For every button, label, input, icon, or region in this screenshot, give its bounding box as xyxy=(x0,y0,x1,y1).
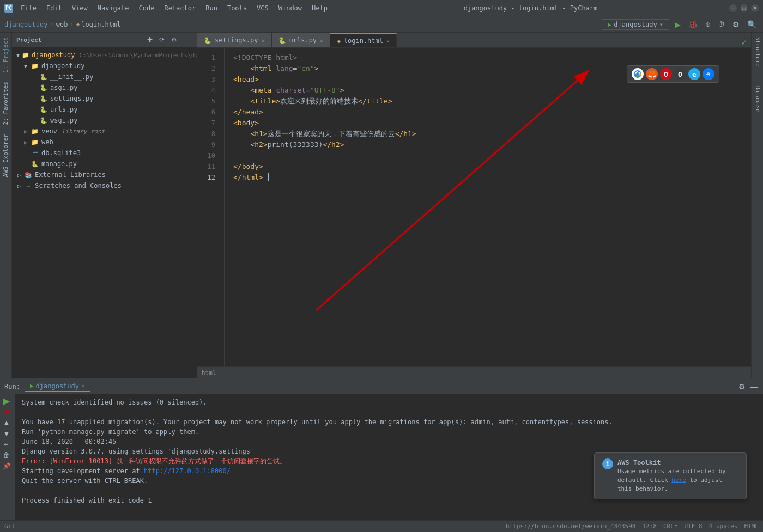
structure-tab[interactable]: Structure xyxy=(752,33,763,71)
ln-12: 12 xyxy=(197,172,220,183)
tree-root-item[interactable]: ▼ 📁 djangostudy C:\Users\Admin\PycharmPr… xyxy=(12,50,197,60)
tab-login[interactable]: ◈ login.html ✕ xyxy=(330,33,397,47)
editor-status-bar: html xyxy=(197,366,751,378)
menu-vcs[interactable]: VCS xyxy=(252,3,273,13)
tab-close-urls[interactable]: ✕ xyxy=(320,38,323,44)
run-label[interactable]: Run: xyxy=(4,383,20,390)
tree-item-web[interactable]: ▷ 📁 web xyxy=(12,137,197,148)
project-tab[interactable]: 1: Project xyxy=(0,33,11,77)
pin-button[interactable]: 📌 xyxy=(2,462,11,470)
run-tab-djangostudy[interactable]: ▶ djangostudy ✕ xyxy=(25,381,90,392)
menu-navigate[interactable]: Navigate xyxy=(93,3,134,13)
tree-item-sqlite[interactable]: ▷ 🗃 db.sqlite3 xyxy=(12,148,197,158)
breadcrumb-sep1: › xyxy=(50,21,53,28)
window-controls[interactable]: ─ □ ✕ xyxy=(729,4,759,12)
aws-body: Usage metrics are collected by default. … xyxy=(617,467,738,493)
tree-item-wsgi[interactable]: ▷ 🐍 wsgi.py xyxy=(12,115,197,126)
cursor xyxy=(263,173,269,181)
title-bar-left: PC File Edit View Navigate Code Refactor… xyxy=(4,3,332,13)
aws-explorer-tab[interactable]: AWS Explorer xyxy=(0,130,11,181)
settings-gear-button[interactable]: ⚙ xyxy=(737,381,747,392)
minimize-panel-button[interactable]: — xyxy=(749,381,759,392)
minimize-button[interactable]: ─ xyxy=(729,4,737,12)
menu-refactor[interactable]: Refactor xyxy=(160,3,200,13)
profile-button[interactable]: ⏱ xyxy=(716,20,727,29)
tab-urls[interactable]: 🐍 urls.py ✕ xyxy=(272,33,331,47)
search-button[interactable]: 🔍 xyxy=(745,19,759,30)
code-editor[interactable]: 1 2 3 4 5 6 7 8 9 10 11 12 <!DOCTYPE htm… xyxy=(197,48,751,366)
file-icon-init: 🐍 xyxy=(39,72,48,81)
menu-file[interactable]: File xyxy=(16,3,41,13)
down-button[interactable]: ▼ xyxy=(2,429,11,438)
run-tab-close[interactable]: ✕ xyxy=(81,383,84,389)
menu-run[interactable]: Run xyxy=(201,3,222,13)
sync-button[interactable]: ⟳ xyxy=(157,35,167,45)
tree-item-manage[interactable]: ▷ 🐍 manage.py xyxy=(12,158,197,169)
favorites-tab[interactable]: 2: Favorites xyxy=(0,77,11,129)
code-content-area[interactable]: <!DOCTYPE html> <html lang="en"> <head> … xyxy=(225,48,751,366)
breadcrumb-web[interactable]: web xyxy=(56,21,68,28)
breadcrumb-project[interactable]: djangostudy xyxy=(4,21,47,28)
browser-opera-red[interactable]: O xyxy=(660,68,672,80)
close-button[interactable]: ✕ xyxy=(751,4,759,12)
collapse-button[interactable]: — xyxy=(181,35,192,45)
tab-close-login[interactable]: ✕ xyxy=(386,38,390,44)
run-again-button[interactable]: ▶ xyxy=(2,396,11,405)
tree-item-scratches[interactable]: ▷ ✏ Scratches and Consoles xyxy=(12,180,197,191)
menu-view[interactable]: View xyxy=(68,3,92,13)
clear-button[interactable]: 🗑 xyxy=(2,451,11,460)
gear-icon[interactable]: ⚙ xyxy=(169,35,179,45)
bottom-tabs-bar: Run: ▶ djangostudy ✕ ⚙ — xyxy=(0,379,763,394)
browser-chrome[interactable] xyxy=(632,68,644,80)
tree-label-sqlite: db.sqlite3 xyxy=(41,149,81,157)
folder-icon-venv: 📁 xyxy=(31,127,39,136)
menu-tools[interactable]: Tools xyxy=(223,3,251,13)
status-indent: 4 spaces xyxy=(709,523,738,530)
new-element-button[interactable]: ✚ xyxy=(145,35,155,45)
tree-item-init[interactable]: ▷ 🐍 __init__.py xyxy=(12,71,197,82)
file-icon-sqlite: 🗃 xyxy=(31,149,39,157)
settings-button[interactable]: ⚙ xyxy=(730,19,742,30)
browser-ie[interactable]: e xyxy=(688,68,700,80)
tree-label-init: __init__.py xyxy=(50,73,93,81)
wrap-button[interactable]: ↵ xyxy=(2,440,11,449)
tree-item-venv[interactable]: ▷ 📁 venv library root xyxy=(12,126,197,137)
browser-firefox[interactable]: 🦊 xyxy=(646,68,658,80)
project-panel-actions[interactable]: ✚ ⟳ ⚙ — xyxy=(145,35,192,45)
browser-safari[interactable]: ⊕ xyxy=(703,68,714,80)
menu-bar[interactable]: File Edit View Navigate Code Refactor Ru… xyxy=(16,3,332,13)
dev-server-link[interactable]: http://127.0.0.1:8000/ xyxy=(144,467,231,475)
menu-edit[interactable]: Edit xyxy=(42,3,66,13)
console-line-2 xyxy=(22,407,756,417)
ln-1: 1 xyxy=(197,52,220,63)
tree-label-manage: manage.py xyxy=(41,160,77,168)
menu-window[interactable]: Window xyxy=(274,3,306,13)
main-toolbar: djangostudy › web › ◈ login.html ▶ djang… xyxy=(0,16,763,33)
lib-icon: 📚 xyxy=(24,170,33,179)
coverage-button[interactable]: ⊕ xyxy=(703,20,713,29)
menu-help[interactable]: Help xyxy=(307,3,332,13)
maximize-button[interactable]: □ xyxy=(740,4,748,12)
tree-arrow-scratches: ▷ xyxy=(16,183,22,189)
run-config-selector[interactable]: ▶ djangostudy ▾ xyxy=(602,19,669,30)
tree-item-external[interactable]: ▷ 📚 External Libraries xyxy=(12,169,197,180)
tree-item-asgi[interactable]: ▷ 🐍 asgi.py xyxy=(12,82,197,93)
database-tab[interactable]: Database xyxy=(752,82,763,117)
browser-opera-dark[interactable]: O xyxy=(674,68,686,80)
tree-item-djangostudy[interactable]: ▼ 📁 djangostudy xyxy=(12,60,197,71)
up-button[interactable]: ▲ xyxy=(2,418,11,427)
tab-close-settings[interactable]: ✕ xyxy=(261,38,264,44)
debug-button[interactable]: 🐞 xyxy=(686,19,700,30)
console-line-4: Run 'python manage.py migrate' to apply … xyxy=(22,427,756,437)
tree-item-urls[interactable]: ▷ 🐍 urls.py xyxy=(12,104,197,115)
run-button[interactable]: ▶ xyxy=(673,19,683,30)
aws-link[interactable]: here xyxy=(671,476,686,484)
breadcrumb-file[interactable]: ◈ login.html xyxy=(76,21,121,28)
tree-item-settings[interactable]: ▷ 🐍 settings.py xyxy=(12,93,197,104)
tab-settings[interactable]: 🐍 settings.py ✕ xyxy=(197,33,272,47)
menu-code[interactable]: Code xyxy=(135,3,159,13)
tree-arrow-root: ▼ xyxy=(16,52,20,58)
stop-button[interactable]: ■ xyxy=(2,407,11,416)
project-panel: Project ✚ ⟳ ⚙ — ▼ 📁 djangostudy C:\Users… xyxy=(12,33,197,378)
tab-label-settings: settings.py xyxy=(215,36,258,44)
